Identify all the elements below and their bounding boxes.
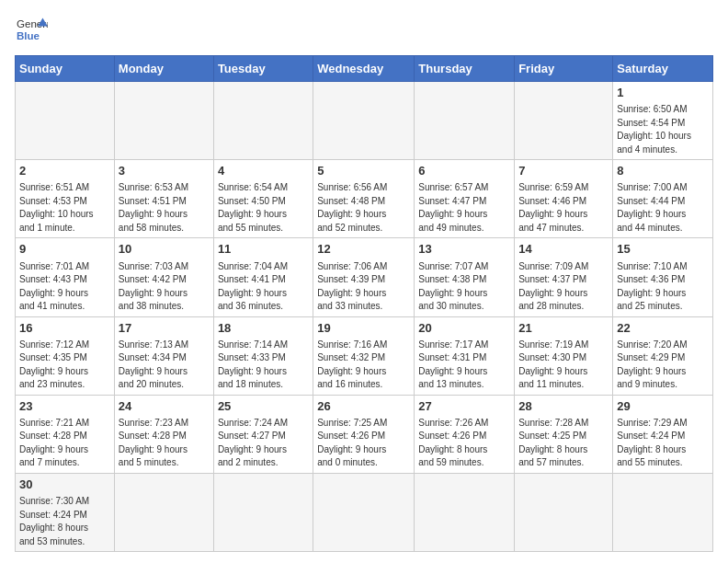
calendar-week-row: 23Sunrise: 7:21 AM Sunset: 4:28 PM Dayli… — [16, 395, 713, 473]
day-info: Sunrise: 7:13 AM Sunset: 4:34 PM Dayligh… — [119, 339, 210, 392]
calendar-cell — [613, 473, 713, 551]
calendar-cell — [213, 82, 313, 160]
calendar-cell: 24Sunrise: 7:23 AM Sunset: 4:28 PM Dayli… — [114, 395, 213, 473]
day-number: 30 — [19, 477, 110, 493]
calendar-cell: 14Sunrise: 7:09 AM Sunset: 4:37 PM Dayli… — [515, 238, 613, 316]
calendar-cell: 12Sunrise: 7:06 AM Sunset: 4:39 PM Dayli… — [313, 238, 415, 316]
calendar-cell: 20Sunrise: 7:17 AM Sunset: 4:31 PM Dayli… — [415, 316, 515, 395]
calendar-cell: 21Sunrise: 7:19 AM Sunset: 4:30 PM Dayli… — [515, 316, 613, 395]
day-number: 24 — [119, 398, 210, 415]
calendar-cell: 3Sunrise: 6:53 AM Sunset: 4:51 PM Daylig… — [114, 160, 213, 238]
calendar-cell — [415, 82, 515, 160]
column-header-monday: Monday — [114, 56, 213, 82]
day-info: Sunrise: 7:04 AM Sunset: 4:41 PM Dayligh… — [218, 260, 309, 314]
day-info: Sunrise: 7:17 AM Sunset: 4:31 PM Dayligh… — [418, 339, 510, 392]
day-info: Sunrise: 6:51 AM Sunset: 4:53 PM Dayligh… — [19, 181, 110, 235]
day-number: 2 — [19, 163, 110, 179]
calendar-cell: 1Sunrise: 6:50 AM Sunset: 4:54 PM Daylig… — [613, 82, 713, 160]
day-info: Sunrise: 7:06 AM Sunset: 4:39 PM Dayligh… — [317, 260, 410, 314]
day-number: 21 — [518, 320, 609, 337]
day-info: Sunrise: 7:29 AM Sunset: 4:24 PM Dayligh… — [617, 417, 709, 470]
calendar-cell: 29Sunrise: 7:29 AM Sunset: 4:24 PM Dayli… — [613, 395, 713, 473]
calendar-cell — [114, 473, 213, 551]
calendar-cell — [415, 473, 515, 551]
generalblue-logo-icon: General Blue — [15, 15, 48, 44]
calendar-week-row: 16Sunrise: 7:12 AM Sunset: 4:35 PM Dayli… — [16, 316, 713, 395]
calendar-cell — [515, 82, 613, 160]
day-number: 13 — [418, 241, 510, 258]
calendar-cell: 4Sunrise: 6:54 AM Sunset: 4:50 PM Daylig… — [213, 160, 313, 238]
day-info: Sunrise: 6:56 AM Sunset: 4:48 PM Dayligh… — [317, 181, 410, 235]
day-number: 10 — [119, 241, 210, 258]
calendar-cell: 22Sunrise: 7:20 AM Sunset: 4:29 PM Dayli… — [613, 316, 713, 395]
day-info: Sunrise: 7:10 AM Sunset: 4:36 PM Dayligh… — [617, 260, 709, 314]
day-info: Sunrise: 6:50 AM Sunset: 4:54 PM Dayligh… — [617, 103, 709, 156]
day-number: 12 — [317, 241, 410, 258]
day-number: 4 — [218, 163, 309, 179]
day-info: Sunrise: 6:59 AM Sunset: 4:46 PM Dayligh… — [518, 181, 609, 235]
calendar-cell: 6Sunrise: 6:57 AM Sunset: 4:47 PM Daylig… — [415, 160, 515, 238]
day-number: 6 — [418, 163, 510, 179]
calendar-cell: 8Sunrise: 7:00 AM Sunset: 4:44 PM Daylig… — [613, 160, 713, 238]
day-number: 27 — [418, 398, 510, 415]
calendar-cell: 25Sunrise: 7:24 AM Sunset: 4:27 PM Dayli… — [213, 395, 313, 473]
day-number: 9 — [19, 241, 110, 258]
calendar-cell: 10Sunrise: 7:03 AM Sunset: 4:42 PM Dayli… — [114, 238, 213, 316]
day-info: Sunrise: 7:19 AM Sunset: 4:30 PM Dayligh… — [518, 339, 609, 392]
calendar-cell: 17Sunrise: 7:13 AM Sunset: 4:34 PM Dayli… — [114, 316, 213, 395]
day-info: Sunrise: 7:09 AM Sunset: 4:37 PM Dayligh… — [518, 260, 609, 314]
column-header-wednesday: Wednesday — [313, 56, 415, 82]
day-info: Sunrise: 7:16 AM Sunset: 4:32 PM Dayligh… — [317, 339, 410, 392]
day-number: 15 — [617, 241, 709, 258]
calendar-cell: 30Sunrise: 7:30 AM Sunset: 4:24 PM Dayli… — [16, 473, 115, 551]
day-info: Sunrise: 7:25 AM Sunset: 4:26 PM Dayligh… — [317, 417, 410, 470]
day-number: 17 — [119, 320, 210, 337]
day-info: Sunrise: 7:21 AM Sunset: 4:28 PM Dayligh… — [19, 417, 110, 470]
calendar-cell: 27Sunrise: 7:26 AM Sunset: 4:26 PM Dayli… — [415, 395, 515, 473]
day-info: Sunrise: 7:23 AM Sunset: 4:28 PM Dayligh… — [119, 417, 210, 470]
calendar-cell — [16, 82, 115, 160]
day-number: 22 — [617, 320, 709, 337]
day-info: Sunrise: 7:26 AM Sunset: 4:26 PM Dayligh… — [418, 417, 510, 470]
day-number: 16 — [19, 320, 110, 337]
day-info: Sunrise: 6:54 AM Sunset: 4:50 PM Dayligh… — [218, 181, 309, 235]
calendar-cell: 26Sunrise: 7:25 AM Sunset: 4:26 PM Dayli… — [313, 395, 415, 473]
day-number: 1 — [617, 85, 709, 101]
day-number: 5 — [317, 163, 410, 179]
calendar-week-row: 30Sunrise: 7:30 AM Sunset: 4:24 PM Dayli… — [16, 473, 713, 551]
day-info: Sunrise: 7:30 AM Sunset: 4:24 PM Dayligh… — [19, 495, 110, 548]
day-info: Sunrise: 7:07 AM Sunset: 4:38 PM Dayligh… — [418, 260, 510, 314]
calendar-cell: 7Sunrise: 6:59 AM Sunset: 4:46 PM Daylig… — [515, 160, 613, 238]
day-info: Sunrise: 6:53 AM Sunset: 4:51 PM Dayligh… — [119, 181, 210, 235]
day-number: 7 — [518, 163, 609, 179]
column-header-tuesday: Tuesday — [213, 56, 313, 82]
day-number: 23 — [19, 398, 110, 415]
day-number: 20 — [418, 320, 510, 337]
day-number: 14 — [518, 241, 609, 258]
calendar-cell: 5Sunrise: 6:56 AM Sunset: 4:48 PM Daylig… — [313, 160, 415, 238]
calendar-cell — [313, 473, 415, 551]
day-number: 25 — [218, 398, 309, 415]
day-number: 29 — [617, 398, 709, 415]
day-info: Sunrise: 7:20 AM Sunset: 4:29 PM Dayligh… — [617, 339, 709, 392]
day-number: 3 — [119, 163, 210, 179]
calendar-cell: 9Sunrise: 7:01 AM Sunset: 4:43 PM Daylig… — [16, 238, 115, 316]
day-info: Sunrise: 7:01 AM Sunset: 4:43 PM Dayligh… — [19, 260, 110, 314]
day-info: Sunrise: 7:00 AM Sunset: 4:44 PM Dayligh… — [617, 181, 709, 235]
calendar-cell: 23Sunrise: 7:21 AM Sunset: 4:28 PM Dayli… — [16, 395, 115, 473]
calendar-week-row: 1Sunrise: 6:50 AM Sunset: 4:54 PM Daylig… — [16, 82, 713, 160]
day-info: Sunrise: 7:03 AM Sunset: 4:42 PM Dayligh… — [119, 260, 210, 314]
day-info: Sunrise: 7:28 AM Sunset: 4:25 PM Dayligh… — [518, 417, 609, 470]
calendar-cell — [213, 473, 313, 551]
day-number: 8 — [617, 163, 709, 179]
calendar-cell: 2Sunrise: 6:51 AM Sunset: 4:53 PM Daylig… — [16, 160, 115, 238]
day-number: 28 — [518, 398, 609, 415]
calendar-cell: 18Sunrise: 7:14 AM Sunset: 4:33 PM Dayli… — [213, 316, 313, 395]
column-header-saturday: Saturday — [613, 56, 713, 82]
day-info: Sunrise: 7:12 AM Sunset: 4:35 PM Dayligh… — [19, 339, 110, 392]
logo: General Blue — [15, 15, 51, 44]
column-header-thursday: Thursday — [415, 56, 515, 82]
calendar-week-row: 2Sunrise: 6:51 AM Sunset: 4:53 PM Daylig… — [16, 160, 713, 238]
day-info: Sunrise: 7:24 AM Sunset: 4:27 PM Dayligh… — [218, 417, 309, 470]
calendar-cell: 16Sunrise: 7:12 AM Sunset: 4:35 PM Dayli… — [16, 316, 115, 395]
